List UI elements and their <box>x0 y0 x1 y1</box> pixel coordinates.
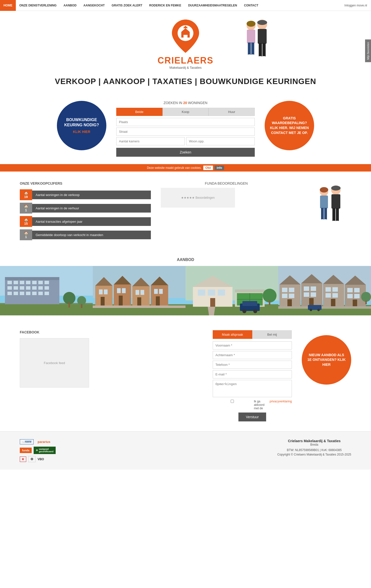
search-tab-beide[interactable]: Beide <box>116 108 162 116</box>
svg-rect-89 <box>198 289 205 296</box>
svg-rect-55 <box>0 304 93 315</box>
nav-item-duurzaam[interactable]: DUURZAAMHEIDSMAATREGELEN <box>185 0 241 11</box>
cookie-text: Deze website maakt gebruik van cookies. <box>147 166 202 170</box>
opmerkingen-input[interactable] <box>213 380 292 397</box>
nav-item-aanbod[interactable]: AANBOD <box>60 0 80 11</box>
svg-rect-12 <box>262 43 266 57</box>
svg-point-101 <box>253 309 257 313</box>
stat-badge-3: 🏠 15 <box>20 216 32 227</box>
search-tab-huur[interactable]: Huur <box>209 108 255 116</box>
svg-rect-103 <box>269 301 270 305</box>
svg-rect-90 <box>208 289 215 296</box>
submit-button[interactable]: Verstuur <box>238 413 266 421</box>
stat-badge-1: 🏠 19 <box>20 189 32 200</box>
nav-item-roderick-femke[interactable]: RODERICK EN FEMKE <box>146 0 185 11</box>
svg-rect-127 <box>332 293 338 298</box>
property-item-1[interactable] <box>0 266 93 315</box>
svg-rect-124 <box>325 287 331 292</box>
footer-city: Breda <box>277 443 351 446</box>
voornaam-input[interactable] <box>213 341 292 349</box>
svg-rect-91 <box>218 289 225 296</box>
nav-login[interactable]: Inloggen move.nl <box>341 4 371 7</box>
bouwkundige-circle[interactable]: BOUWKUNDIGE KEURING NODIG? KLIK HIER <box>57 101 106 150</box>
property-img-4 <box>278 266 371 315</box>
search-tabs: Beide Koop Huur <box>116 108 255 116</box>
cookie-ok-button[interactable]: Oké <box>203 166 213 170</box>
svg-rect-132 <box>354 288 360 292</box>
svg-rect-75 <box>136 290 139 295</box>
nav-item-dienstverlening[interactable]: ONZE DIENSTVERLENING <box>16 0 60 11</box>
plaats-input[interactable] <box>116 118 255 126</box>
funda-ratings: ★★★★★ Beoordelingen <box>161 188 235 208</box>
privacy-link[interactable]: privacyverklaring <box>270 400 292 403</box>
stat-label-1: Aantal woningen in de verkoop <box>32 191 151 199</box>
stat-badge-2: 🏠 1 <box>20 203 32 214</box>
privacy-checkbox[interactable] <box>213 400 252 403</box>
nav-item-zoek-alert[interactable]: GRATIS ZOEK ALERT <box>108 0 146 11</box>
waardebepaling-circle[interactable]: GRATIS WAARDEBEPALING? KLIK HIER. WIJ NE… <box>265 101 314 150</box>
svg-rect-80 <box>154 289 158 294</box>
property-item-3[interactable] <box>186 266 278 315</box>
svg-rect-46 <box>38 286 43 290</box>
form-tab-afspraak[interactable]: Maak afspraak <box>213 330 252 339</box>
svg-rect-81 <box>159 289 163 294</box>
stats-people-illustration <box>304 181 349 236</box>
svg-rect-3 <box>247 30 255 43</box>
search-form-container: ZOEKEN IN 20 WONINGEN Beide Koop Huur Zo… <box>116 101 255 157</box>
pin-icon <box>169 18 202 54</box>
svg-rect-33 <box>5 277 59 280</box>
stat-item-3[interactable]: 🏠 15 Aantal transacties afgelopen jaar <box>20 216 151 227</box>
svg-rect-41 <box>7 286 12 290</box>
side-favorites-tab[interactable]: Mijn favorieten <box>365 40 371 62</box>
cookie-info-button[interactable]: info <box>215 166 224 170</box>
stat-item-4[interactable]: 🏠 1 Gemiddelde doorloop van verkocht in … <box>20 229 151 240</box>
straat-input[interactable] <box>116 128 255 136</box>
hero-people <box>230 16 275 71</box>
vbo-logo: ⚙ <box>28 456 36 462</box>
achternaam-input[interactable] <box>213 351 292 359</box>
stat-num-1: 19 <box>24 195 28 199</box>
property-item-2[interactable] <box>93 266 186 315</box>
svg-rect-126 <box>325 293 331 298</box>
search-button[interactable]: Zoeken <box>116 148 255 157</box>
svg-rect-50 <box>20 292 24 295</box>
svg-rect-57 <box>69 303 70 307</box>
house-icon-2: 🏠 <box>24 204 28 208</box>
svg-rect-111 <box>289 288 294 292</box>
main-nav: HOME ONZE DIENSTVERLENING AANBOD AANGEKO… <box>0 0 371 11</box>
opp-input[interactable] <box>186 137 255 145</box>
email-input[interactable] <box>213 370 292 378</box>
svg-rect-5 <box>251 43 254 55</box>
form-tabs: Maak afspraak Bel mij <box>213 330 292 339</box>
bouwkundige-link[interactable]: KLIK HIER <box>73 130 90 134</box>
svg-point-23 <box>331 186 341 191</box>
kamers-input[interactable] <box>116 137 185 145</box>
nav-item-aangekocht[interactable]: AANGEKOCHT <box>80 0 108 11</box>
search-title: ZOEKEN IN 20 WONINGEN <box>116 101 255 105</box>
nav-item-contact[interactable]: CONTACT <box>240 0 262 11</box>
telefoon-input[interactable] <box>213 361 292 369</box>
svg-point-16 <box>320 187 328 193</box>
svg-rect-10 <box>258 29 267 44</box>
svg-rect-38 <box>32 281 37 284</box>
nav-item-home[interactable]: HOME <box>0 0 16 11</box>
vbo-text: VBO <box>38 457 44 461</box>
svg-point-14 <box>262 56 266 58</box>
property-item-4[interactable] <box>278 266 371 315</box>
waardebepaling-text: GRATIS WAARDEBEPALING? KLIK HIER. WIJ NE… <box>270 116 309 135</box>
bottom-section: FACEBOOK Facebook feed Maak afspraak Bel… <box>0 320 371 431</box>
svg-rect-19 <box>324 208 327 220</box>
search-tab-koop[interactable]: Koop <box>162 108 209 116</box>
footer: ↑↓↑NWW pararius funda ⚙vastgoedgecertifi… <box>0 431 371 470</box>
form-tab-bel[interactable]: Bel mij <box>252 330 292 339</box>
svg-rect-71 <box>122 288 126 293</box>
stat-item-2[interactable]: 🏠 1 Aantal woningen in de verhuur <box>20 203 151 214</box>
svg-rect-113 <box>289 294 294 298</box>
stat-num-2: 1 <box>25 208 27 212</box>
vastgoed-logo: ⚙vastgoedgecertificeerd <box>34 447 56 454</box>
stat-item-1[interactable]: 🏠 19 Aantal woningen in de verkoop <box>20 189 151 200</box>
nieuw-aanbod-circle[interactable]: NIEUW AANBOD ALS 1e ONTVANGEN? KLIK HIER <box>302 335 351 385</box>
stat-label-4: Gemiddelde doorloop van verkocht in maan… <box>32 231 151 239</box>
svg-point-2 <box>247 21 255 27</box>
svg-point-56 <box>63 292 75 304</box>
